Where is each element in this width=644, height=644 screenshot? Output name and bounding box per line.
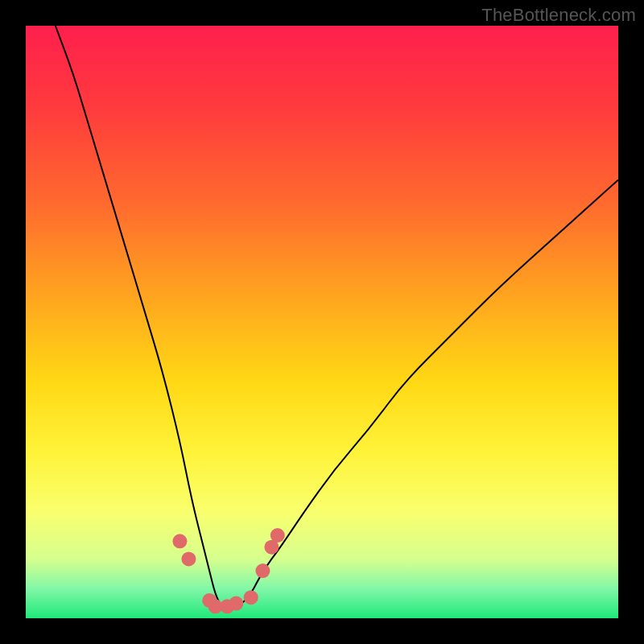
watermark-text: TheBottleneck.com: [481, 5, 636, 26]
data-point-marker: [181, 551, 196, 566]
data-point-marker: [244, 590, 258, 605]
bottleneck-curve: [56, 26, 618, 606]
data-point-marker: [229, 597, 243, 611]
curve-layer: [26, 26, 618, 618]
data-point-marker: [172, 534, 187, 548]
chart-frame: TheBottleneck.com: [0, 0, 644, 644]
plot-area: [26, 26, 618, 618]
data-point-marker: [270, 528, 285, 543]
data-point-marker: [255, 564, 270, 578]
